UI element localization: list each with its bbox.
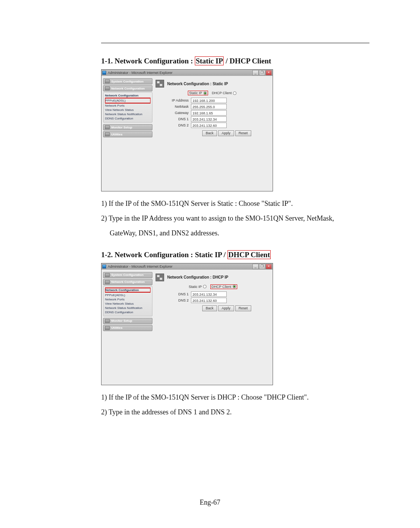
back-button[interactable]: Back (202, 130, 217, 136)
content-header-text: Network Configuration : DHCP IP (167, 275, 228, 279)
content-header-text: Network Configuration : Static IP (167, 82, 228, 86)
system-config-icon (105, 273, 110, 277)
sidebar-item-status-notif[interactable]: Network Status Notification (105, 112, 150, 116)
close-button[interactable]: × (266, 70, 272, 75)
maximize-button[interactable]: ❐ (259, 70, 265, 75)
sidebar-network-configuration[interactable]: Network Configuration (103, 279, 152, 285)
ie-title-text: Administrator - Microsoft Internet Explo… (108, 71, 252, 75)
sidebar-system-configuration[interactable]: System Configuration (103, 78, 152, 84)
sidebar-label: Network Configuration (111, 280, 145, 284)
section-1-1-prefix: 1-1. Network Configuration : (101, 57, 195, 65)
sidebar-label: Monitor Setup (111, 126, 132, 129)
dns2-field[interactable]: 203.241.132.60 (191, 123, 227, 128)
sidebar-section-head[interactable]: Network Configuration (105, 288, 150, 293)
ie-window-2: Administrator - Microsoft Internet Explo… (101, 263, 273, 385)
radio-dhcp-client[interactable]: DHCP Client (211, 91, 237, 95)
section-1-2-heading: 1-2. Network Configuration : Static IP /… (101, 251, 369, 259)
sidebar-item-pppoe[interactable]: PPPoE(ADSL) (105, 98, 150, 103)
utilities-icon (105, 326, 110, 330)
apply-button[interactable]: Apply (218, 130, 234, 136)
gateway-label: Gateway (167, 111, 189, 115)
sidebar-item-view-status[interactable]: View Network Status (105, 108, 150, 112)
section-1-1-body-1: 1) If the IP of the SMO-151QN Server is … (101, 198, 369, 209)
sidebar-label: Utilities (111, 133, 122, 136)
netmask-label: NetMask (167, 105, 189, 109)
radio-dhcp-client[interactable]: DHCP Client (210, 284, 237, 289)
dns2-label: DNS 2 (167, 298, 189, 302)
content-header-icon (156, 80, 164, 88)
sidebar-network-section: Network Configuration PPPoE(ADSL) Networ… (103, 92, 152, 123)
monitor-setup-icon (105, 319, 110, 323)
screenshot-1: Administrator - Microsoft Internet Explo… (101, 69, 273, 191)
sidebar-label: Network Configuration (111, 87, 145, 90)
dns2-field[interactable]: 203.241.132.60 (191, 298, 227, 303)
sidebar-item-pppoe[interactable]: PPPoE(ADSL) (105, 293, 150, 297)
sidebar-network-section: Network Configuration PPPoE(ADSL) Networ… (103, 286, 152, 316)
sidebar-utilities[interactable]: Utilities (103, 325, 152, 331)
apply-button[interactable]: Apply (218, 305, 234, 311)
ie-titlebar: Administrator - Microsoft Internet Explo… (102, 263, 273, 270)
content-header-icon (156, 274, 164, 281)
section-1-1-suffix: / DHCP Client (224, 57, 271, 65)
sidebar-network-configuration[interactable]: Network Configuration (103, 85, 152, 91)
section-1-2-boxed: DHCP Client (228, 250, 271, 259)
sidebar-item-status-notif[interactable]: Network Status Notification (105, 306, 150, 310)
radio-static-ip[interactable]: Static IP (188, 285, 207, 289)
dns1-label: DNS 1 (167, 292, 189, 296)
sidebar-section-head: Network Configuration (105, 94, 150, 97)
maximize-button[interactable]: ❐ (259, 264, 265, 269)
sidebar-system-configuration[interactable]: System Configuration (103, 272, 152, 278)
sidebar-monitor-setup[interactable]: Monitor Setup (103, 318, 152, 324)
radio-dhcp-dot (233, 91, 236, 95)
page-number: Eng-67 (0, 498, 420, 507)
ie-title-text: Administrator - Microsoft Internet Explo… (108, 265, 252, 268)
dns1-field[interactable]: 203.241.132.34 (191, 291, 227, 297)
section-1-1-body-3: GateWay, DNS1, and DNS2 addresses. (110, 228, 369, 239)
dns1-field[interactable]: 203.241.132.34 (191, 116, 227, 122)
screenshot-2: Administrator - Microsoft Internet Explo… (101, 263, 273, 385)
network-config-icon (105, 280, 110, 284)
minimize-button[interactable]: _ (252, 264, 259, 269)
netmask-field[interactable]: 255.255.255.0 (191, 104, 227, 109)
dns1-label: DNS 1 (167, 117, 189, 121)
ie-window-1: Administrator - Microsoft Internet Explo… (101, 69, 273, 191)
back-button[interactable]: Back (202, 305, 217, 311)
reset-button[interactable]: Reset (235, 305, 252, 311)
section-1-1-boxed: Static IP (195, 56, 224, 65)
reset-button[interactable]: Reset (235, 130, 252, 136)
sidebar-label: Monitor Setup (111, 319, 132, 323)
sidebar-item-ports[interactable]: Network Ports (105, 297, 150, 302)
radio-label: Static IP (189, 91, 202, 95)
sidebar-item-ddns[interactable]: DDNS Configuration (105, 310, 150, 314)
radio-dhcp-dot (233, 285, 236, 288)
sidebar-label: System Configuration (111, 273, 144, 277)
close-button[interactable]: × (266, 264, 272, 269)
section-1-2-prefix: 1-2. Network Configuration : Static IP / (101, 251, 228, 259)
section-1-1-body-2: 2) Type in the IP Address you want to as… (101, 213, 369, 224)
sidebar-item-ports[interactable]: Network Ports (105, 103, 150, 108)
gateway-field[interactable]: 192.168.1.65 (191, 110, 227, 116)
sidebar-monitor-setup[interactable]: Monitor Setup (103, 124, 152, 130)
ip-address-label: IP Address (167, 98, 189, 102)
monitor-setup-icon (105, 125, 110, 129)
content-pane-2: Network Configuration : DHCP IP Static I… (154, 270, 273, 385)
radio-label: DHCP Client (212, 91, 232, 95)
network-config-icon (105, 86, 110, 90)
ie-titlebar: Administrator - Microsoft Internet Explo… (102, 70, 273, 76)
sidebar-item-ddns[interactable]: DDNS Configuration (105, 116, 150, 121)
radio-static-ip[interactable]: Static IP (188, 91, 208, 95)
ip-address-field[interactable]: 192.168.1.200 (191, 98, 227, 103)
sidebar-label: System Configuration (111, 80, 144, 83)
page-top-rule (101, 43, 369, 43)
radio-static-dot (203, 91, 207, 95)
minimize-button[interactable]: _ (252, 70, 259, 75)
sidebar-item-view-status[interactable]: View Network Status (105, 302, 150, 306)
utilities-icon (105, 132, 110, 136)
radio-static-dot (203, 285, 206, 288)
section-1-2-body-1: 1) If the IP of the SMO-151QN Server is … (101, 392, 369, 403)
radio-label: Static IP (189, 285, 202, 289)
system-config-icon (105, 79, 110, 83)
sidebar-label: Utilities (111, 326, 122, 330)
ie-app-icon (102, 265, 106, 268)
sidebar-utilities[interactable]: Utilities (103, 131, 152, 137)
